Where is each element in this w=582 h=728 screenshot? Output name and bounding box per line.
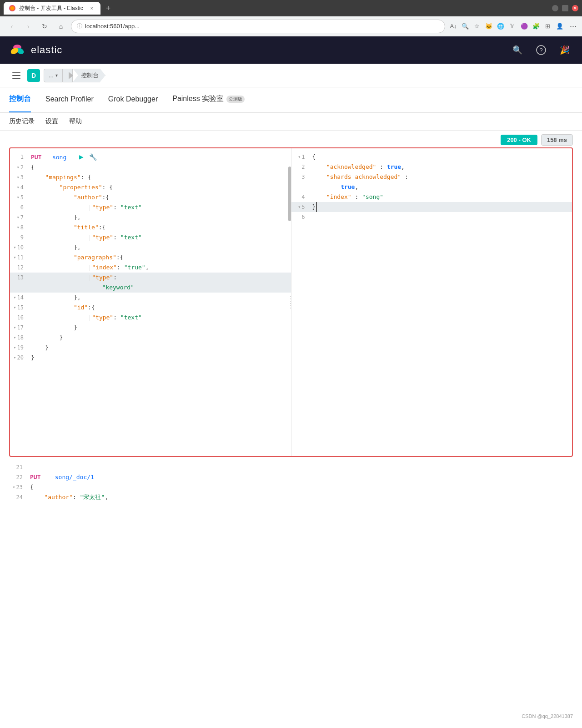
line-content-1: PUT song ▶ 🔧 (29, 152, 291, 162)
help-button[interactable]: ? (533, 42, 549, 58)
line-content-18: } (29, 333, 291, 343)
right-line-num-3: 3 (291, 172, 311, 182)
profile-icon[interactable]: 👤 (555, 22, 564, 31)
elastic-logo-text: elastic (31, 44, 62, 56)
code-line-8: ▾ 8 "title":{ (10, 222, 291, 233)
sub-nav-help[interactable]: 帮助 (69, 117, 82, 126)
right-editor[interactable]: ▾ 1 { 2 "acknowledged" : true, 3 (291, 148, 572, 456)
right-code-line-5: ▾ 5 } (291, 202, 572, 212)
right-line-num-4: 4 (291, 192, 311, 202)
breadcrumb-navigation: ... ▾ 控制台 (44, 69, 105, 82)
tab-painless[interactable]: Painless 实验室 公测版 (172, 87, 245, 112)
below-code-line-24: 24 "author": "宋太祖", (9, 492, 573, 502)
tab-search-profiler-label: Search Profiler (45, 95, 94, 103)
minimize-button[interactable] (552, 5, 558, 11)
browser-more-button[interactable]: ··· (570, 21, 577, 31)
line-num-10: ▾ 10 (10, 243, 29, 253)
favorites-icon[interactable]: ⊞ (543, 22, 552, 31)
tab-grok-debugger[interactable]: Grok Debugger (108, 87, 158, 112)
code-line-5: ▾ 5 "author":{ (10, 192, 291, 202)
left-editor[interactable]: 1 PUT song ▶ 🔧 ▾ 2 { (10, 148, 291, 456)
below-code-area: 21 22 PUT song/_doc/1 ▾ 23 { 24 "aut (9, 459, 573, 506)
right-code-line-3b: true, (291, 182, 572, 192)
extension-icon3[interactable]: 𝕐 (508, 22, 517, 31)
info-icon: ⓘ (77, 22, 82, 30)
line-content-8: "title":{ (29, 222, 291, 233)
global-search-button[interactable]: 🔍 (509, 42, 526, 58)
bookmark-icon[interactable]: ☆ (472, 22, 482, 31)
code-line-20: ▾ 20 } (10, 353, 291, 363)
status-ok-badge: 200 - OK (501, 135, 537, 145)
browser-nav: ‹ › ↻ ⌂ ⓘ localhost:5601/app... A↓ 🔍 ☆ 🐱… (0, 16, 582, 36)
code-line-15: ▾ 15 "id":{ (10, 303, 291, 313)
right-line-content-3: "shards_acknowledged" : (311, 172, 572, 182)
divider-handle[interactable] (289, 148, 291, 456)
line-content-2: { (29, 162, 291, 172)
notification-button[interactable]: 🎉 (557, 42, 573, 58)
new-tab-button[interactable]: + (106, 4, 111, 13)
code-line-14: ▾ 14 }, (10, 293, 291, 303)
tab-close-button[interactable]: × (89, 5, 95, 11)
forward-button[interactable]: › (22, 20, 35, 33)
line-content-5: "author":{ (29, 192, 291, 202)
right-line-content-6 (311, 212, 572, 222)
fold-arrow-2[interactable]: ▾ (15, 162, 20, 172)
right-line-num-1: ▾ 1 (291, 152, 311, 162)
wrench-button[interactable]: 🔧 (89, 153, 97, 161)
tab-painless-label: Painless 实验室 (172, 94, 224, 104)
refresh-button[interactable]: ↻ (38, 20, 51, 33)
elastic-logo[interactable]: elastic (9, 42, 62, 58)
below-code-line-22: 22 PUT song/_doc/1 (9, 472, 573, 482)
run-button[interactable]: ▶ (79, 152, 84, 161)
tab-console-label: 控制台 (9, 94, 31, 104)
tab-grok-debugger-label: Grok Debugger (108, 95, 158, 103)
right-line-content-5: } (311, 202, 572, 212)
zoom-icon[interactable]: 🔍 (461, 22, 470, 31)
sub-nav-settings[interactable]: 设置 (45, 117, 58, 126)
tab-title: 控制台 - 开发工具 - Elastic (19, 5, 83, 12)
extension-icon4[interactable]: 🟣 (520, 22, 529, 31)
breadcrumb-current: 控制台 (73, 69, 105, 82)
line-content-11: "paragraphs":{ (29, 253, 291, 263)
line-content-15: "id":{ (29, 303, 291, 313)
breadcrumb-dots-button[interactable]: ... ▾ (44, 69, 63, 82)
browser-tab[interactable]: 控制台 - 开发工具 - Elastic × (4, 2, 100, 15)
below-line-num-24: 24 (9, 492, 28, 502)
line-content-20: } (29, 353, 291, 363)
breadcrumb-d-button[interactable]: D (27, 69, 40, 82)
tab-console[interactable]: 控制台 (9, 87, 31, 112)
maximize-button[interactable] (562, 5, 568, 11)
right-code-line-1: ▾ 1 { (291, 152, 572, 162)
line-num-17: ▾ 17 (10, 323, 29, 333)
elastic-header-actions: 🔍 ? 🎉 (509, 42, 573, 58)
extension-icon5[interactable]: 🧩 (532, 22, 541, 31)
line-num-9: 9 (10, 233, 29, 243)
line-content-6: "type": "text" (29, 202, 291, 212)
home-button[interactable]: ⌂ (55, 20, 67, 33)
hamburger-menu-button[interactable] (9, 68, 24, 83)
code-line-10: ▾ 10 }, (10, 243, 291, 253)
below-line-num-22: 22 (9, 472, 28, 482)
code-line-7: ▾ 7 }, (10, 212, 291, 222)
right-code-line-3: 3 "shards_acknowledged" : (291, 172, 572, 182)
line-num-3: ▾ 3 (10, 172, 29, 182)
sub-nav-history[interactable]: 历史记录 (9, 117, 35, 126)
extension-icon1[interactable]: 🐱 (484, 22, 493, 31)
sub-nav: 历史记录 设置 帮助 (0, 113, 582, 131)
extension-icon2[interactable]: 🌐 (496, 22, 505, 31)
code-line-6: 6 "type": "text" (10, 202, 291, 212)
reader-mode-icon[interactable]: A↓ (449, 22, 458, 31)
right-line-content-2: "acknowledged" : true, (311, 162, 572, 172)
status-time-badge: 158 ms (541, 134, 573, 146)
tab-search-profiler[interactable]: Search Profiler (45, 87, 94, 112)
line-content-10: }, (29, 243, 291, 253)
back-button[interactable]: ‹ (5, 20, 18, 33)
right-line-content-4: "index" : "song" (311, 192, 572, 202)
close-button[interactable]: ✕ (572, 5, 578, 11)
address-bar[interactable]: ⓘ localhost:5601/app... (71, 20, 445, 33)
code-line-3: ▾ 3 "mappings": { (10, 172, 291, 182)
hamburger-icon (12, 72, 20, 79)
below-line-num-23: ▾ 23 (9, 482, 28, 492)
line-content-17: } (29, 323, 291, 333)
right-line-content-1: { (311, 152, 572, 162)
